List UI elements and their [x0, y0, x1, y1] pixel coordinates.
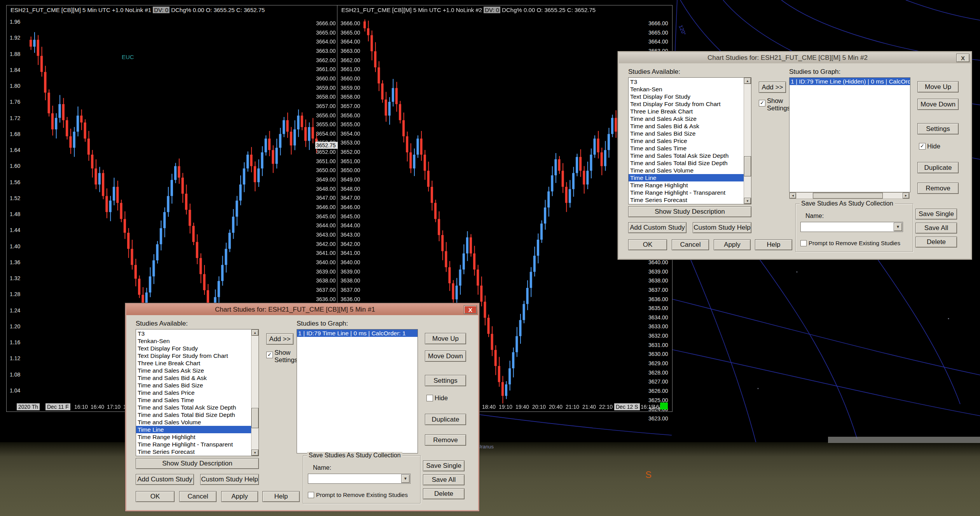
study-list-item[interactable]: Time and Sales Bid Size [629, 130, 744, 137]
prompt-remove-checkbox[interactable] [800, 240, 807, 246]
study-list-item[interactable]: Time Line [136, 426, 252, 433]
study-list-item[interactable]: Time Line [629, 174, 744, 181]
save-all-button[interactable]: Save All [423, 474, 465, 485]
study-list-item[interactable]: Time and Sales Time [629, 145, 744, 152]
hide-checkbox[interactable] [426, 395, 433, 401]
remove-button[interactable]: Remove [425, 434, 466, 446]
study-list-item[interactable]: Time and Sales Ask Size [629, 115, 744, 122]
custom-study-help-button[interactable]: Custom Study Help [200, 474, 259, 485]
study-list-item[interactable]: Time and Sales Total Bid Size Depth [629, 159, 744, 167]
ok-button[interactable]: OK [628, 239, 667, 250]
scroll-up-icon[interactable]: ▲ [744, 78, 751, 84]
help-button[interactable]: Help [262, 491, 300, 502]
study-list-item[interactable]: Text Display For Study from Chart [629, 100, 744, 108]
vertical-scrollbar[interactable]: ▲ ▼ [251, 329, 259, 456]
help-button[interactable]: Help [755, 239, 792, 250]
custom-study-help-button[interactable]: Custom Study Help [693, 222, 751, 233]
show-settings-checkbox[interactable]: ✓ [266, 352, 273, 358]
study-list-item[interactable]: Text Display For Study [629, 93, 744, 100]
scroll-down-icon[interactable]: ▼ [252, 450, 259, 456]
prompt-remove-checkbox[interactable] [308, 492, 314, 498]
close-icon[interactable]: X [464, 305, 477, 314]
delete-button[interactable]: Delete [423, 488, 465, 499]
collection-name-combobox[interactable] [308, 474, 411, 484]
dropdown-arrow-icon[interactable]: ▼ [894, 223, 902, 231]
cancel-button[interactable]: Cancel [179, 491, 217, 502]
add-custom-study-button[interactable]: Add Custom Study [628, 222, 687, 233]
study-list-item[interactable]: Time Range Highlight [136, 433, 252, 441]
delete-button[interactable]: Delete [915, 237, 957, 248]
study-list-item[interactable]: Time and Sales Ask Size [136, 367, 252, 374]
studies-available-list[interactable]: T3Tenkan-SenText Display For StudyText D… [136, 329, 259, 456]
study-list-item[interactable]: T3 [629, 78, 744, 85]
remove-button[interactable]: Remove [917, 183, 959, 194]
studies-available-list[interactable]: T3Tenkan-SenText Display For StudyText D… [628, 77, 751, 204]
study-list-item[interactable]: Time Series Forecast [629, 196, 744, 204]
study-list-item[interactable]: Time and Sales Total Bid Size Depth [136, 411, 252, 418]
add-study-button[interactable]: Add >> [759, 82, 786, 93]
scroll-down-icon[interactable]: ▼ [744, 198, 751, 204]
save-all-button[interactable]: Save All [915, 223, 957, 234]
show-settings-checkbox[interactable]: ✓ [759, 100, 765, 106]
study-list-item[interactable]: Time and Sales Volume [629, 167, 744, 174]
dropdown-arrow-icon[interactable]: ▼ [401, 474, 410, 483]
study-list-item[interactable]: Time and Sales Total Ask Size Depth [629, 152, 744, 159]
collection-name-combobox[interactable] [800, 222, 903, 232]
scrollbar-thumb[interactable] [744, 156, 751, 176]
settings-button[interactable]: Settings [425, 375, 466, 386]
move-down-button[interactable]: Move Down [917, 99, 959, 110]
scroll-left-icon[interactable]: ◄ [790, 193, 796, 199]
study-list-item[interactable]: Time and Sales Price [136, 389, 252, 396]
horizontal-scrollbar[interactable]: ◄ ► [789, 192, 910, 199]
study-list-item[interactable]: Time Range Highlight - Transparent [136, 441, 252, 448]
save-single-button[interactable]: Save Single [915, 209, 957, 220]
save-single-button[interactable]: Save Single [423, 460, 465, 471]
graph-study-item[interactable]: 1 | ID:79 Time Line | 0 ms | CalcOrder: … [297, 329, 418, 337]
axis-label: 3638.00 [316, 277, 336, 284]
studies-to-graph-list[interactable]: 1 | ID:79 Time Line (Hidden) | 0 ms | Ca… [789, 77, 910, 192]
study-list-item[interactable]: T3 [136, 330, 252, 337]
dialog-titlebar[interactable]: Chart Studies for: ESH21_FUT_CME [CB][M]… [126, 304, 478, 315]
percent-axis[interactable]: 1.961.921.881.841.801.761.721.681.641.60… [10, 5, 28, 411]
apply-button[interactable]: Apply [221, 491, 258, 502]
scrollbar-thumb[interactable] [813, 193, 883, 199]
duplicate-button[interactable]: Duplicate [425, 414, 466, 425]
study-list-item[interactable]: Time and Sales Total Ask Size Depth [136, 404, 252, 411]
study-list-item[interactable]: Three Line Break Chart [629, 108, 744, 115]
scrollbar-thumb[interactable] [252, 408, 259, 428]
study-list-item[interactable]: Time and Sales Price [629, 137, 744, 145]
study-list-item[interactable]: Text Display For Study [136, 345, 252, 352]
study-list-item[interactable]: Time and Sales Bid & Ask [136, 374, 252, 382]
study-list-item[interactable]: Time and Sales Volume [136, 418, 252, 426]
graph-study-item[interactable]: 1 | ID:79 Time Line (Hidden) | 0 ms | Ca… [790, 78, 910, 85]
study-list-item[interactable]: Time and Sales Bid & Ask [629, 122, 744, 130]
study-list-item[interactable]: Time Series Forecast [136, 448, 252, 455]
add-study-button[interactable]: Add >> [266, 333, 293, 345]
show-study-description-button[interactable]: Show Study Description [628, 206, 751, 217]
scroll-right-icon[interactable]: ► [903, 193, 909, 199]
move-up-button[interactable]: Move Up [425, 333, 466, 344]
move-up-button[interactable]: Move Up [917, 81, 959, 92]
studies-to-graph-list[interactable]: 1 | ID:79 Time Line | 0 ms | CalcOrder: … [297, 329, 418, 453]
study-list-item[interactable]: Time and Sales Time [136, 396, 252, 404]
apply-button[interactable]: Apply [714, 239, 751, 250]
study-list-item[interactable]: Tenkan-Sen [136, 337, 252, 345]
vertical-scrollbar[interactable]: ▲ ▼ [744, 78, 751, 204]
show-study-description-button[interactable]: Show Study Description [136, 458, 259, 469]
study-list-item[interactable]: Text Display For Study from Chart [136, 352, 252, 359]
study-list-item[interactable]: Three Line Break Chart [136, 359, 252, 367]
cancel-button[interactable]: Cancel [672, 239, 709, 250]
dialog-titlebar[interactable]: Chart Studies for: ESH21_FUT_CME [CB][M]… [619, 52, 971, 63]
close-icon[interactable]: X [956, 54, 970, 62]
study-list-item[interactable]: Tenkan-Sen [629, 85, 744, 93]
study-list-item[interactable]: Time Range Highlight [629, 181, 744, 189]
hide-checkbox[interactable]: ✓ [919, 143, 926, 150]
add-custom-study-button[interactable]: Add Custom Study [136, 474, 194, 485]
duplicate-button[interactable]: Duplicate [917, 162, 959, 173]
study-list-item[interactable]: Time Range Highlight - Transparent [629, 189, 744, 196]
scroll-up-icon[interactable]: ▲ [252, 329, 259, 336]
study-list-item[interactable]: Time and Sales Bid Size [136, 382, 252, 389]
move-down-button[interactable]: Move Down [425, 350, 466, 362]
settings-button[interactable]: Settings [917, 123, 959, 134]
ok-button[interactable]: OK [136, 491, 175, 502]
